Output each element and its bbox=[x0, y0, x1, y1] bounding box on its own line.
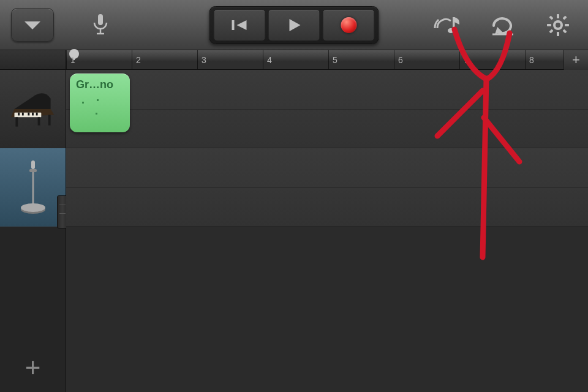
track-headers: + bbox=[0, 70, 66, 392]
svg-point-35 bbox=[21, 203, 45, 212]
ruler-bar-marker: 8 bbox=[525, 50, 534, 69]
svg-rect-1 bbox=[98, 14, 103, 25]
svg-rect-26 bbox=[32, 112, 34, 115]
add-bars-button[interactable]: + bbox=[564, 50, 588, 70]
workspace: + Gr…no bbox=[0, 70, 588, 392]
svg-rect-25 bbox=[28, 112, 29, 115]
svg-rect-8 bbox=[453, 17, 455, 31]
add-track-button[interactable]: + bbox=[0, 343, 66, 392]
settings-button[interactable] bbox=[543, 10, 573, 40]
svg-marker-6 bbox=[289, 19, 300, 31]
tracks-area[interactable]: Gr…no bbox=[66, 70, 588, 392]
ruler-bar-marker: 4 bbox=[263, 50, 272, 69]
track-header-mic[interactable] bbox=[0, 148, 66, 227]
svg-rect-15 bbox=[565, 24, 569, 26]
ruler-bar-marker: 7 bbox=[459, 50, 469, 69]
ruler-bar-marker: 1 bbox=[66, 50, 75, 69]
record-button[interactable] bbox=[323, 9, 375, 41]
svg-rect-31 bbox=[31, 160, 35, 169]
svg-marker-0 bbox=[24, 21, 40, 29]
ruler-corner bbox=[0, 50, 66, 69]
svg-rect-4 bbox=[232, 20, 234, 30]
plus-icon: + bbox=[572, 52, 580, 68]
svg-rect-19 bbox=[549, 29, 553, 33]
svg-rect-30 bbox=[37, 117, 40, 125]
microphone-button[interactable] bbox=[83, 8, 117, 42]
ruler-bar-marker: 5 bbox=[328, 50, 337, 69]
region-label: Gr…no bbox=[76, 78, 124, 91]
svg-rect-24 bbox=[21, 112, 23, 115]
svg-rect-16 bbox=[549, 15, 553, 20]
play-button[interactable] bbox=[268, 9, 320, 41]
svg-rect-18 bbox=[562, 15, 567, 20]
track-row[interactable]: Gr…no bbox=[66, 70, 588, 148]
svg-rect-23 bbox=[18, 112, 20, 115]
plus-icon: + bbox=[25, 352, 41, 383]
svg-rect-32 bbox=[29, 169, 37, 172]
transport-controls bbox=[209, 6, 379, 44]
svg-rect-27 bbox=[36, 112, 37, 115]
timeline-ruler[interactable]: + 12345678 bbox=[0, 50, 588, 70]
piano-icon bbox=[9, 85, 58, 134]
svg-rect-12 bbox=[557, 14, 559, 18]
svg-rect-13 bbox=[557, 32, 559, 36]
svg-rect-33 bbox=[32, 172, 34, 206]
right-toolbar bbox=[432, 10, 577, 40]
record-icon bbox=[341, 17, 356, 33]
track-header-piano[interactable] bbox=[0, 70, 66, 148]
ruler-bar-marker: 2 bbox=[132, 50, 141, 69]
ruler-bar-marker: 6 bbox=[394, 50, 403, 69]
loop-button[interactable] bbox=[488, 10, 518, 40]
toolbar bbox=[0, 0, 588, 50]
svg-rect-28 bbox=[15, 117, 18, 126]
ruler-track[interactable]: + 12345678 bbox=[66, 50, 588, 69]
svg-point-11 bbox=[554, 21, 562, 29]
empty-area bbox=[66, 227, 588, 392]
midi-region[interactable]: Gr…no bbox=[70, 74, 130, 132]
mic-stand-icon bbox=[9, 163, 58, 212]
track-row[interactable] bbox=[66, 148, 588, 227]
svg-marker-5 bbox=[236, 20, 246, 30]
ruler-bar-marker: 3 bbox=[197, 50, 206, 69]
rewind-button[interactable] bbox=[214, 9, 266, 41]
menu-button[interactable] bbox=[11, 8, 54, 42]
instruments-button[interactable] bbox=[432, 10, 463, 40]
svg-rect-29 bbox=[48, 115, 50, 125]
svg-rect-14 bbox=[547, 24, 551, 26]
svg-rect-17 bbox=[562, 29, 567, 33]
